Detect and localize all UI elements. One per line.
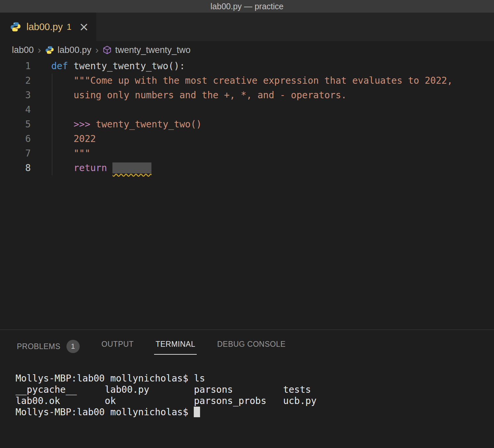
line-number: 8 (0, 161, 31, 175)
code-token: """Come up with the most creative expres… (51, 75, 453, 86)
code-token (107, 162, 113, 173)
code-token: using only numbers and the +, *, and - o… (51, 90, 347, 101)
tab-output-label: OUTPUT (102, 340, 134, 349)
tab-output[interactable]: OUTPUT (100, 340, 135, 355)
code-line[interactable]: using only numbers and the +, *, and - o… (51, 88, 494, 103)
code-token: twenty_twenty_two(): (68, 61, 185, 71)
breadcrumb-folder[interactable]: lab00 (12, 45, 34, 55)
tab-filename: lab00.py (26, 22, 63, 32)
terminal-line: Mollys-MBP:lab00 mollynicholas$ (16, 407, 494, 418)
panel-tab-bar: PROBLEMS 1 OUTPUT TERMINAL DEBUG CONSOLE (0, 330, 494, 359)
code-token: twenty_twenty_two() (90, 119, 202, 130)
indent-guide (52, 73, 52, 175)
terminal-cursor (194, 407, 200, 417)
window-title: lab00.py — practice (211, 2, 284, 11)
terminal-line: lab00.ok ok parsons_probs ucb.py (16, 395, 494, 407)
python-icon (10, 21, 21, 32)
code-line[interactable]: def twenty_twenty_two(): (51, 59, 494, 73)
line-number: 1 (0, 59, 31, 73)
breadcrumb: lab00 › lab00.py › twenty_twenty_two (0, 41, 494, 59)
tab-lab00-py[interactable]: lab00.py 1 × (0, 13, 97, 41)
line-number: 5 (0, 117, 31, 132)
code-token: 2022 (51, 133, 96, 144)
code-token: """ (51, 148, 90, 159)
tab-terminal-label: TERMINAL (155, 340, 195, 349)
terminal-output[interactable]: Mollys-MBP:lab00 mollynicholas$ ls__pyca… (0, 373, 494, 418)
code-line[interactable]: >>> twenty_twenty_two() (51, 117, 494, 132)
code-line[interactable]: """Come up with the most creative expres… (51, 73, 494, 88)
editor-gutter: 12345678 (0, 59, 31, 330)
line-number: 3 (0, 88, 31, 103)
warning-selection-box (112, 162, 151, 173)
tab-debug-console[interactable]: DEBUG CONSOLE (216, 340, 287, 355)
line-number: 2 (0, 73, 31, 88)
tab-terminal[interactable]: TERMINAL (154, 340, 196, 355)
terminal-line: Mollys-MBP:lab00 mollynicholas$ ls (16, 373, 494, 384)
code-token: >>> (73, 119, 90, 130)
terminal-line: __pycache__ lab00.py parsons tests (16, 384, 494, 395)
line-number: 6 (0, 132, 31, 146)
code-editor[interactable]: 12345678 def twenty_twenty_two(): """Com… (0, 59, 494, 330)
editor-tab-bar: lab00.py 1 × (0, 13, 494, 41)
code-token: return (51, 162, 107, 173)
chevron-right-icon: › (95, 44, 99, 56)
editor-code[interactable]: def twenty_twenty_two(): """Come up with… (31, 59, 494, 330)
symbol-method-icon (103, 45, 112, 55)
tab-debug-console-label: DEBUG CONSOLE (217, 340, 286, 349)
problems-count-badge: 1 (66, 340, 80, 353)
breadcrumb-symbol[interactable]: twenty_twenty_two (115, 45, 190, 55)
tab-problems-label: PROBLEMS (17, 342, 61, 351)
code-line[interactable] (51, 103, 494, 117)
code-line[interactable]: 2022 (51, 132, 494, 146)
breadcrumb-file[interactable]: lab00.py (58, 45, 91, 55)
bottom-panel: PROBLEMS 1 OUTPUT TERMINAL DEBUG CONSOLE… (0, 330, 494, 448)
tab-problems[interactable]: PROBLEMS 1 (16, 340, 81, 359)
line-number: 4 (0, 103, 31, 117)
line-number: 7 (0, 146, 31, 161)
code-line[interactable]: return (51, 161, 494, 175)
code-token: def (51, 61, 68, 71)
code-token (51, 119, 73, 130)
python-icon (45, 45, 54, 55)
code-line[interactable]: """ (51, 146, 494, 161)
tab-problems-count: 1 (67, 22, 71, 32)
close-icon[interactable]: × (79, 21, 89, 33)
chevron-right-icon: › (38, 44, 41, 56)
window-titlebar: lab00.py — practice (0, 0, 494, 13)
